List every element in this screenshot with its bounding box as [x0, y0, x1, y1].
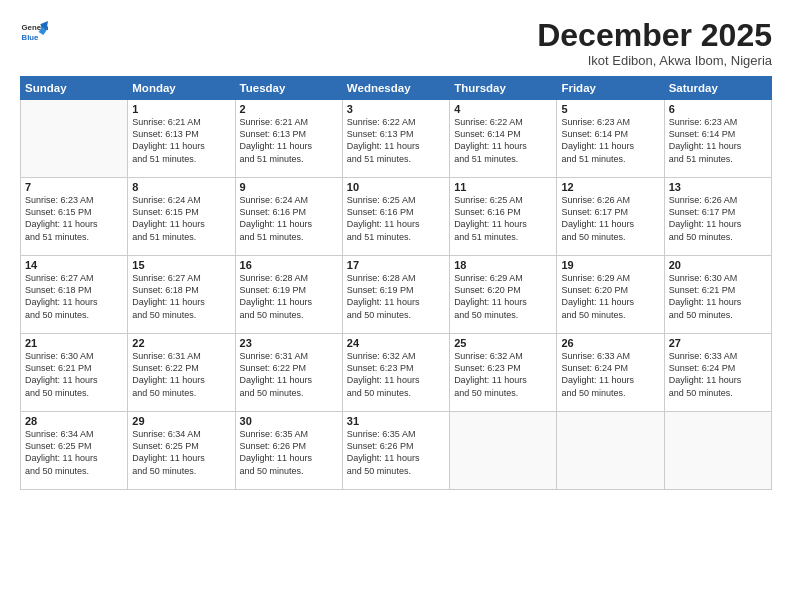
day-cell: 30Sunrise: 6:35 AMSunset: 6:26 PMDayligh… [235, 412, 342, 490]
day-cell: 2Sunrise: 6:21 AMSunset: 6:13 PMDaylight… [235, 100, 342, 178]
title-area: December 2025 Ikot Edibon, Akwa Ibom, Ni… [537, 18, 772, 68]
day-info: Sunrise: 6:27 AMSunset: 6:18 PMDaylight:… [132, 272, 230, 321]
week-row-2: 7Sunrise: 6:23 AMSunset: 6:15 PMDaylight… [21, 178, 772, 256]
day-cell: 12Sunrise: 6:26 AMSunset: 6:17 PMDayligh… [557, 178, 664, 256]
day-info: Sunrise: 6:28 AMSunset: 6:19 PMDaylight:… [347, 272, 445, 321]
day-cell: 14Sunrise: 6:27 AMSunset: 6:18 PMDayligh… [21, 256, 128, 334]
day-number: 24 [347, 337, 445, 349]
day-number: 4 [454, 103, 552, 115]
day-cell: 3Sunrise: 6:22 AMSunset: 6:13 PMDaylight… [342, 100, 449, 178]
day-cell: 21Sunrise: 6:30 AMSunset: 6:21 PMDayligh… [21, 334, 128, 412]
day-number: 7 [25, 181, 123, 193]
header-row: Sunday Monday Tuesday Wednesday Thursday… [21, 77, 772, 100]
day-info: Sunrise: 6:25 AMSunset: 6:16 PMDaylight:… [347, 194, 445, 243]
day-info: Sunrise: 6:29 AMSunset: 6:20 PMDaylight:… [561, 272, 659, 321]
day-info: Sunrise: 6:35 AMSunset: 6:26 PMDaylight:… [240, 428, 338, 477]
col-friday: Friday [557, 77, 664, 100]
day-cell: 5Sunrise: 6:23 AMSunset: 6:14 PMDaylight… [557, 100, 664, 178]
day-number: 13 [669, 181, 767, 193]
day-cell [557, 412, 664, 490]
day-info: Sunrise: 6:31 AMSunset: 6:22 PMDaylight:… [132, 350, 230, 399]
day-number: 11 [454, 181, 552, 193]
week-row-4: 21Sunrise: 6:30 AMSunset: 6:21 PMDayligh… [21, 334, 772, 412]
day-cell: 25Sunrise: 6:32 AMSunset: 6:23 PMDayligh… [450, 334, 557, 412]
day-cell [21, 100, 128, 178]
day-cell: 31Sunrise: 6:35 AMSunset: 6:26 PMDayligh… [342, 412, 449, 490]
day-number: 25 [454, 337, 552, 349]
day-info: Sunrise: 6:27 AMSunset: 6:18 PMDaylight:… [25, 272, 123, 321]
day-cell: 6Sunrise: 6:23 AMSunset: 6:14 PMDaylight… [664, 100, 771, 178]
day-info: Sunrise: 6:31 AMSunset: 6:22 PMDaylight:… [240, 350, 338, 399]
day-cell: 28Sunrise: 6:34 AMSunset: 6:25 PMDayligh… [21, 412, 128, 490]
day-number: 2 [240, 103, 338, 115]
day-number: 12 [561, 181, 659, 193]
col-monday: Monday [128, 77, 235, 100]
day-cell: 18Sunrise: 6:29 AMSunset: 6:20 PMDayligh… [450, 256, 557, 334]
day-number: 3 [347, 103, 445, 115]
day-cell [664, 412, 771, 490]
day-info: Sunrise: 6:23 AMSunset: 6:14 PMDaylight:… [669, 116, 767, 165]
day-info: Sunrise: 6:23 AMSunset: 6:15 PMDaylight:… [25, 194, 123, 243]
day-cell: 19Sunrise: 6:29 AMSunset: 6:20 PMDayligh… [557, 256, 664, 334]
day-number: 22 [132, 337, 230, 349]
day-number: 15 [132, 259, 230, 271]
day-number: 18 [454, 259, 552, 271]
col-thursday: Thursday [450, 77, 557, 100]
day-cell: 13Sunrise: 6:26 AMSunset: 6:17 PMDayligh… [664, 178, 771, 256]
day-cell: 24Sunrise: 6:32 AMSunset: 6:23 PMDayligh… [342, 334, 449, 412]
day-info: Sunrise: 6:32 AMSunset: 6:23 PMDaylight:… [347, 350, 445, 399]
day-cell: 17Sunrise: 6:28 AMSunset: 6:19 PMDayligh… [342, 256, 449, 334]
header: General Blue December 2025 Ikot Edibon, … [20, 18, 772, 68]
day-info: Sunrise: 6:21 AMSunset: 6:13 PMDaylight:… [240, 116, 338, 165]
day-info: Sunrise: 6:21 AMSunset: 6:13 PMDaylight:… [132, 116, 230, 165]
day-cell: 10Sunrise: 6:25 AMSunset: 6:16 PMDayligh… [342, 178, 449, 256]
day-info: Sunrise: 6:25 AMSunset: 6:16 PMDaylight:… [454, 194, 552, 243]
day-number: 17 [347, 259, 445, 271]
col-tuesday: Tuesday [235, 77, 342, 100]
day-info: Sunrise: 6:35 AMSunset: 6:26 PMDaylight:… [347, 428, 445, 477]
day-info: Sunrise: 6:28 AMSunset: 6:19 PMDaylight:… [240, 272, 338, 321]
day-number: 19 [561, 259, 659, 271]
col-wednesday: Wednesday [342, 77, 449, 100]
day-number: 31 [347, 415, 445, 427]
day-info: Sunrise: 6:30 AMSunset: 6:21 PMDaylight:… [25, 350, 123, 399]
day-cell [450, 412, 557, 490]
day-info: Sunrise: 6:34 AMSunset: 6:25 PMDaylight:… [25, 428, 123, 477]
day-cell: 16Sunrise: 6:28 AMSunset: 6:19 PMDayligh… [235, 256, 342, 334]
day-number: 8 [132, 181, 230, 193]
day-cell: 27Sunrise: 6:33 AMSunset: 6:24 PMDayligh… [664, 334, 771, 412]
day-number: 16 [240, 259, 338, 271]
day-number: 26 [561, 337, 659, 349]
month-title: December 2025 [537, 18, 772, 53]
page: General Blue December 2025 Ikot Edibon, … [0, 0, 792, 612]
day-info: Sunrise: 6:33 AMSunset: 6:24 PMDaylight:… [669, 350, 767, 399]
day-info: Sunrise: 6:22 AMSunset: 6:14 PMDaylight:… [454, 116, 552, 165]
day-cell: 22Sunrise: 6:31 AMSunset: 6:22 PMDayligh… [128, 334, 235, 412]
day-number: 28 [25, 415, 123, 427]
week-row-5: 28Sunrise: 6:34 AMSunset: 6:25 PMDayligh… [21, 412, 772, 490]
day-info: Sunrise: 6:26 AMSunset: 6:17 PMDaylight:… [669, 194, 767, 243]
day-number: 6 [669, 103, 767, 115]
day-info: Sunrise: 6:34 AMSunset: 6:25 PMDaylight:… [132, 428, 230, 477]
day-number: 20 [669, 259, 767, 271]
day-cell: 4Sunrise: 6:22 AMSunset: 6:14 PMDaylight… [450, 100, 557, 178]
logo-icon: General Blue [20, 18, 48, 46]
day-number: 5 [561, 103, 659, 115]
day-info: Sunrise: 6:23 AMSunset: 6:14 PMDaylight:… [561, 116, 659, 165]
day-number: 9 [240, 181, 338, 193]
day-number: 14 [25, 259, 123, 271]
day-cell: 8Sunrise: 6:24 AMSunset: 6:15 PMDaylight… [128, 178, 235, 256]
day-info: Sunrise: 6:24 AMSunset: 6:16 PMDaylight:… [240, 194, 338, 243]
week-row-1: 1Sunrise: 6:21 AMSunset: 6:13 PMDaylight… [21, 100, 772, 178]
day-info: Sunrise: 6:33 AMSunset: 6:24 PMDaylight:… [561, 350, 659, 399]
day-number: 1 [132, 103, 230, 115]
day-info: Sunrise: 6:26 AMSunset: 6:17 PMDaylight:… [561, 194, 659, 243]
day-cell: 15Sunrise: 6:27 AMSunset: 6:18 PMDayligh… [128, 256, 235, 334]
col-sunday: Sunday [21, 77, 128, 100]
logo: General Blue [20, 18, 48, 46]
day-cell: 20Sunrise: 6:30 AMSunset: 6:21 PMDayligh… [664, 256, 771, 334]
day-number: 30 [240, 415, 338, 427]
day-cell: 9Sunrise: 6:24 AMSunset: 6:16 PMDaylight… [235, 178, 342, 256]
day-number: 29 [132, 415, 230, 427]
day-info: Sunrise: 6:22 AMSunset: 6:13 PMDaylight:… [347, 116, 445, 165]
